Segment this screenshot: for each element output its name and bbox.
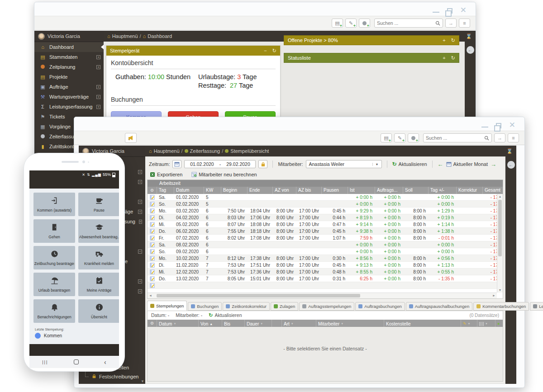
sidebar-item-zeitplanung[interactable]: Zeitplanung+: [34, 62, 104, 72]
table-row[interactable]: [148, 282, 497, 289]
table-row[interactable]: Sa.08.02.20206+ 0:00 h+ 0:00 h+ 0:00 h- …: [148, 241, 497, 248]
phone-button-urlaub-beantragen[interactable]: Urlaub beantragen: [33, 273, 75, 296]
phone-button-abwesenheit-beantrag[interactable]: Abwesenheit beantrag...: [78, 219, 119, 243]
new-edit-button[interactable]: ✎+: [345, 19, 357, 28]
expand-icon[interactable]: +: [96, 55, 100, 59]
filter-icon[interactable]: ▼: [341, 322, 343, 325]
breadcrumb-item-hauptmenu[interactable]: ⌂Hauptmenü: [107, 33, 138, 39]
filter-icon[interactable]: ▼: [468, 322, 471, 325]
tab-leistungen[interactable]: Leistungen: [530, 302, 543, 311]
tab-auftragsbuchungen[interactable]: Auftragsbuchungen: [355, 302, 405, 311]
expand-icon[interactable]: +: [138, 180, 142, 184]
table-row[interactable]: Do.13.02.202078:05 Uhr15:01 Uhr8:00 Uhr1…: [148, 275, 497, 282]
breadcrumb-item-hauptmenu[interactable]: ⌂Hauptmenü: [149, 148, 180, 154]
collapse-icon[interactable]: −: [138, 250, 142, 254]
search-input[interactable]: [426, 135, 484, 141]
sidebar-item-festschreibungen[interactable]: Festschreibungen: [79, 372, 145, 381]
breadcrumb-item-zeiterfassung[interactable]: Zeiterfassung: [185, 148, 220, 154]
restore-icon[interactable]: [447, 8, 452, 14]
column-header-az-bis[interactable]: AZ bis: [296, 187, 321, 194]
edit-row-button[interactable]: [148, 242, 157, 247]
scroll-left-icon[interactable]: ◄: [149, 294, 152, 297]
sidebar-scroll-down[interactable]: ▼: [141, 379, 144, 383]
column-header-von[interactable]: Von▲: [198, 320, 222, 327]
detail-mitarbeiter-filter[interactable]: Mitarbeiter: -: [176, 312, 202, 318]
tab-zeitkontokorrektur[interactable]: Zeitkontokorrektur: [223, 302, 270, 311]
column-header-az-von[interactable]: AZ von: [272, 187, 296, 194]
expand-icon[interactable]: +: [96, 65, 100, 69]
expand-icon[interactable]: +: [138, 289, 142, 293]
column-header-tag[interactable]: Tag +/-: [428, 187, 456, 194]
back-button[interactable]: ‹: [104, 359, 106, 366]
mitarbeiter-select[interactable]: Anastasia Weiler ▼: [306, 160, 382, 168]
breadcrumb-item-dashboard[interactable]: ⌂Dashboard: [143, 33, 172, 39]
column-header-mitarbeiter[interactable]: Mitarbeiter▼: [316, 320, 384, 327]
expand-icon[interactable]: +: [443, 38, 445, 43]
table-row[interactable]: Di.11.02.202077:53 Uhr17:51 Uhr8:00 Uhr1…: [148, 262, 497, 269]
expand-icon[interactable]: +: [138, 210, 142, 214]
column-header-beginn[interactable]: Beginn: [221, 187, 247, 194]
column-header-tag[interactable]: Tag: [157, 187, 174, 194]
edit-row-button[interactable]: [148, 283, 157, 288]
date-range-input[interactable]: 01.02.2020 - 29.02.2020: [184, 160, 256, 168]
sidebar-item-dashboard[interactable]: ⌂Dashboard: [34, 42, 104, 52]
scrollbar-thumb[interactable]: [498, 200, 502, 256]
column-header-kommentar[interactable]: ✎▼: [461, 320, 477, 327]
refresh-icon[interactable]: ↻: [272, 48, 276, 54]
sidebar-item-wartungsvertrage[interactable]: ⚒Wartungsverträge+: [34, 92, 104, 102]
column-header-auftrags[interactable]: Auftrags...: [375, 187, 403, 194]
table-row[interactable]: Mi.05.02.202068:07 Uhr18:08 Uhr8:00 Uhr1…: [148, 221, 497, 228]
menu-button[interactable]: ≡: [508, 133, 519, 142]
sort-asc-icon[interactable]: ▲: [210, 322, 213, 326]
expand-icon[interactable]: +: [443, 55, 445, 61]
new-edit-button[interactable]: ✎+: [394, 133, 405, 142]
column-header-soll[interactable]: Soll: [403, 187, 428, 194]
logout-button[interactable]: →: [445, 19, 457, 28]
recent-apps-button[interactable]: |||: [42, 360, 48, 364]
table-row[interactable]: Mi.12.02.202077:53 Uhr17:36 Uhr8:00 Uhr1…: [148, 269, 497, 275]
column-header-korrektur[interactable]: Korrektur: [456, 187, 482, 194]
home-button[interactable]: [74, 359, 79, 364]
vertical-scrollbar[interactable]: ▲ ▼: [497, 194, 503, 293]
filter-icon[interactable]: ▼: [291, 322, 294, 325]
search-input[interactable]: [377, 20, 435, 26]
logout-button[interactable]: →: [494, 133, 505, 142]
table-row[interactable]: Mo.03.02.202067:50 Uhr18:04 Uhr8:00 Uhr1…: [148, 208, 497, 214]
edit-row-button[interactable]: [148, 202, 157, 207]
expand-icon[interactable]: +: [138, 279, 142, 283]
exportieren-button[interactable]: Exportieren: [150, 172, 182, 177]
calendar-button[interactable]: [172, 160, 181, 168]
tab-zulagen[interactable]: Zulagen: [271, 302, 298, 311]
column-header-datum[interactable]: Datum▼: [157, 320, 198, 327]
column-header-pausen[interactable]: Pausen: [321, 187, 348, 194]
sidebar-item-leistungserfassung[interactable]: ΣLeistungserfassung+: [34, 102, 104, 112]
previous-month-button[interactable]: ←: [438, 161, 443, 168]
edit-row-button[interactable]: [148, 263, 157, 268]
tab-stempelungen[interactable]: Stempelungen: [147, 301, 187, 311]
aktueller-monat-button[interactable]: Aktueller Monat: [446, 161, 488, 167]
user-row[interactable]: Victoria Garcia: [34, 31, 104, 42]
breadcrumb-item-stempelubersicht[interactable]: Stempelübersicht: [225, 148, 269, 154]
edit-row-button[interactable]: [148, 236, 157, 241]
scroll-up-icon[interactable]: ▲: [497, 195, 503, 198]
gear-icon[interactable]: ⚙: [148, 320, 157, 327]
collapse-panel-button[interactable]: ←: [507, 161, 515, 169]
expand-icon[interactable]: +: [139, 220, 142, 224]
tab-auftragspauschalbuchungen[interactable]: Auftragspauschalbuchungen: [406, 302, 472, 311]
column-header-art[interactable]: Art▼: [281, 320, 316, 327]
column-header-dauer[interactable]: Dauer▼: [244, 320, 272, 327]
next-month-button[interactable]: →: [491, 161, 496, 168]
expand-icon[interactable]: +: [96, 95, 100, 99]
tab-buchungen[interactable]: Buchungen: [188, 302, 222, 311]
table-row[interactable]: Di.04.02.202068:03 Uhr17:06 Uhr8:00 Uhr1…: [148, 214, 497, 221]
new-record-button[interactable]: ▤+: [332, 19, 343, 28]
column-header-kw[interactable]: KW: [204, 187, 221, 194]
sidebar-item-auftrage[interactable]: ▣Aufträge+: [34, 82, 104, 92]
column-header-kostenstelle[interactable]: Kostenstelle: [384, 320, 461, 327]
sidebar-item-stammdaten[interactable]: ▤Stammdaten+: [34, 52, 104, 62]
table-row[interactable]: Do.06.02.202067:55 Uhr18:18 Uhr8:00 Uhr1…: [148, 228, 497, 235]
phone-button-benachrichtigungen[interactable]: Benachrichtigungen: [33, 299, 75, 323]
close-icon[interactable]: ✕: [460, 7, 467, 14]
filter-icon[interactable]: ▼: [173, 322, 176, 325]
phone-button-gehen[interactable]: Gehen: [33, 219, 75, 243]
